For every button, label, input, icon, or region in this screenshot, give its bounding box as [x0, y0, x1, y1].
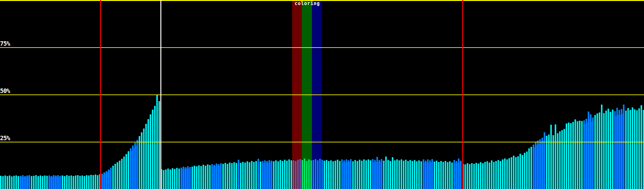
bar	[205, 166, 206, 189]
bar	[90, 175, 92, 189]
bar	[194, 166, 195, 189]
bar	[394, 160, 396, 189]
bar	[405, 160, 407, 189]
gridline-50	[0, 94, 644, 95]
bar	[68, 176, 70, 189]
bar	[35, 175, 37, 189]
bar	[352, 161, 354, 189]
bar	[277, 161, 279, 189]
bar	[489, 163, 490, 189]
bar	[214, 165, 215, 189]
bar	[597, 113, 598, 189]
bar	[541, 138, 543, 189]
bar	[572, 122, 574, 189]
bar	[40, 175, 41, 189]
bar	[258, 159, 259, 189]
bar	[524, 153, 525, 189]
bar	[508, 158, 510, 189]
bar	[423, 159, 424, 189]
bar	[546, 136, 547, 189]
bar	[26, 175, 28, 189]
bar	[533, 145, 534, 189]
bar	[4, 175, 6, 189]
bar	[114, 164, 116, 189]
bar	[632, 107, 633, 189]
bar	[7, 176, 8, 189]
bar	[70, 175, 72, 189]
bar	[614, 111, 616, 189]
bar	[583, 120, 585, 189]
bar	[95, 175, 96, 189]
bar	[579, 121, 580, 189]
tick-label-50: 50%	[0, 88, 10, 94]
bar	[240, 163, 242, 189]
bar	[295, 161, 297, 189]
bar	[414, 160, 415, 189]
bar	[387, 160, 389, 189]
bar	[530, 147, 532, 189]
bar	[436, 161, 437, 189]
bar	[447, 162, 448, 189]
bar	[125, 154, 127, 189]
bar	[337, 160, 338, 189]
bar	[383, 161, 385, 189]
bar	[73, 176, 74, 189]
tick-label-75: 75%	[0, 40, 10, 47]
bar	[53, 175, 54, 189]
bar	[97, 175, 98, 189]
bar	[220, 163, 222, 189]
marker-line-white	[160, 0, 161, 189]
bar	[328, 161, 330, 189]
bar	[141, 132, 142, 189]
bar	[555, 124, 556, 189]
bar	[0, 176, 2, 189]
bar	[502, 159, 503, 189]
bar	[348, 160, 349, 189]
bar	[357, 161, 358, 189]
bar	[280, 160, 281, 189]
bar	[480, 162, 481, 189]
bar	[599, 112, 600, 189]
bar	[409, 160, 411, 189]
bar	[449, 161, 451, 189]
bar	[575, 119, 576, 189]
bar	[64, 176, 65, 189]
bar	[561, 130, 563, 189]
bar	[321, 160, 323, 189]
bar	[442, 162, 444, 189]
bar	[372, 159, 374, 189]
bar	[500, 161, 501, 189]
bar	[643, 110, 644, 189]
bar	[209, 165, 211, 189]
bar	[592, 117, 594, 189]
bar	[207, 164, 208, 189]
bar	[601, 105, 602, 189]
bar	[346, 159, 347, 189]
bar	[396, 159, 398, 189]
bar	[401, 159, 402, 189]
bar	[610, 112, 611, 189]
bar	[150, 114, 151, 189]
bar	[20, 176, 21, 189]
bar	[343, 160, 345, 189]
bar	[264, 160, 266, 189]
bar	[211, 164, 213, 189]
bar	[623, 105, 625, 189]
bar	[412, 161, 413, 189]
performance-graph: 75% 50% 25% coloring	[0, 0, 644, 189]
bar	[299, 159, 301, 189]
bar	[128, 151, 129, 189]
bar	[506, 159, 508, 189]
bar	[251, 161, 253, 189]
bar	[586, 119, 587, 189]
bar	[185, 167, 186, 189]
bar	[271, 161, 272, 189]
bar	[638, 108, 640, 189]
bar	[636, 110, 638, 189]
bar	[365, 160, 367, 189]
bar	[504, 158, 506, 189]
bar	[229, 163, 230, 189]
bar	[438, 162, 440, 189]
bar	[484, 162, 486, 189]
gridline-25	[0, 142, 644, 142]
